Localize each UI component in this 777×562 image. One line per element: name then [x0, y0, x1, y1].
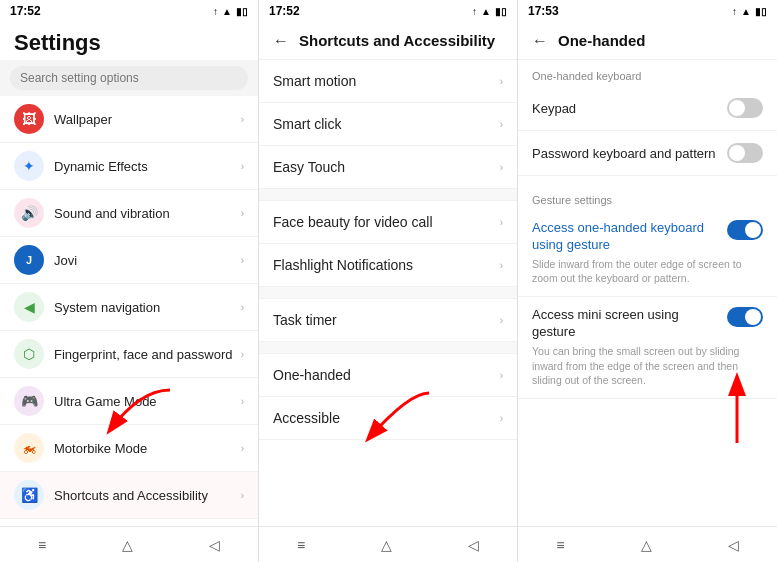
sound-label: Sound and vibration [54, 206, 241, 221]
password-keyboard-toggle[interactable] [727, 143, 763, 163]
wifi-icon-3: ▲ [741, 6, 751, 17]
panel-settings: 17:52 ↑ ▲ ▮▯ Settings 🖼 Wallpaper › ✦ Dy… [0, 0, 259, 562]
nav-label: System navigation [54, 300, 241, 315]
panel2-title: Shortcuts and Accessibility [299, 32, 495, 49]
chevron-icon: › [500, 76, 503, 87]
keyboard-section-label: One-handed keyboard [518, 60, 777, 86]
motorbike-label: Motorbike Mode [54, 441, 241, 456]
status-icons-1: ↑ ▲ ▮▯ [213, 6, 248, 17]
keypad-label: Keypad [532, 101, 727, 116]
chevron-icon: › [500, 119, 503, 130]
access-keyboard-gesture-label: Access one-handed keyboard using gesture [532, 220, 727, 254]
back-button-3[interactable]: ← [532, 32, 548, 50]
panel3-header: ← One-handed [518, 22, 777, 60]
menu-item-one-handed[interactable]: One-handed › [259, 354, 517, 397]
smart-click-label: Smart click [273, 116, 500, 132]
chevron-icon: › [241, 255, 244, 266]
time-1: 17:52 [10, 4, 41, 18]
game-label: Ultra Game Mode [54, 394, 241, 409]
smart-motion-label: Smart motion [273, 73, 500, 89]
home-nav-icon-3[interactable]: △ [641, 537, 652, 553]
settings-item-fingerprint[interactable]: ⬡ Fingerprint, face and password › [0, 331, 258, 378]
chevron-icon: › [500, 370, 503, 381]
back-nav-icon[interactable]: ◁ [209, 537, 220, 553]
search-input[interactable] [10, 66, 248, 90]
status-bar-2: 17:52 ↑ ▲ ▮▯ [259, 0, 517, 22]
shortcuts-menu-list: Smart motion › Smart click › Easy Touch … [259, 60, 517, 526]
easy-touch-label: Easy Touch [273, 159, 500, 175]
accessibility-icon: ♿ [14, 480, 44, 510]
settings-item-system[interactable]: ⚙ System management › [0, 519, 258, 526]
face-beauty-label: Face beauty for video call [273, 214, 500, 230]
nav-bar-3: ≡ △ ◁ [518, 526, 777, 562]
chevron-icon: › [500, 217, 503, 228]
upload-icon-3: ↑ [732, 6, 737, 17]
chevron-icon: › [241, 349, 244, 360]
settings-item-dynamic[interactable]: ✦ Dynamic Effects › [0, 143, 258, 190]
settings-item-motorbike[interactable]: 🏍 Motorbike Mode › [0, 425, 258, 472]
accessible-label: Accessible [273, 410, 500, 426]
menu-item-face-beauty[interactable]: Face beauty for video call › [259, 201, 517, 244]
nav-icon: ◀ [14, 292, 44, 322]
chevron-icon: › [500, 162, 503, 173]
menu-nav-icon-2[interactable]: ≡ [297, 537, 305, 553]
menu-nav-icon[interactable]: ≡ [38, 537, 46, 553]
panel-one-handed: 17:53 ↑ ▲ ▮▯ ← One-handed One-handed key… [518, 0, 777, 562]
settings-item-wallpaper[interactable]: 🖼 Wallpaper › [0, 96, 258, 143]
menu-spacer-1 [259, 189, 517, 201]
home-nav-icon[interactable]: △ [122, 537, 133, 553]
settings-item-jovi[interactable]: J Jovi › [0, 237, 258, 284]
back-button-2[interactable]: ← [273, 32, 289, 50]
menu-item-flashlight[interactable]: Flashlight Notifications › [259, 244, 517, 287]
menu-item-task-timer[interactable]: Task timer › [259, 299, 517, 342]
settings-item-sound[interactable]: 🔊 Sound and vibration › [0, 190, 258, 237]
menu-item-smart-motion[interactable]: Smart motion › [259, 60, 517, 103]
panel2-header: ← Shortcuts and Accessibility [259, 22, 517, 60]
chevron-icon: › [500, 260, 503, 271]
chevron-icon: › [500, 315, 503, 326]
nav-bar-2: ≡ △ ◁ [259, 526, 517, 562]
nav-bar-1: ≡ △ ◁ [0, 526, 258, 562]
wifi-icon-2: ▲ [481, 6, 491, 17]
menu-spacer-3 [259, 342, 517, 354]
settings-title: Settings [0, 22, 258, 60]
access-keyboard-gesture-toggle[interactable] [727, 220, 763, 240]
menu-item-accessible[interactable]: Accessible › [259, 397, 517, 440]
one-handed-label: One-handed [273, 367, 500, 383]
password-keyboard-toggle-row: Password keyboard and pattern [518, 131, 777, 176]
fingerprint-label: Fingerprint, face and password [54, 347, 241, 362]
menu-nav-icon-3[interactable]: ≡ [556, 537, 564, 553]
upload-icon-2: ↑ [472, 6, 477, 17]
chevron-icon: › [500, 413, 503, 424]
chevron-icon: › [241, 490, 244, 501]
sound-icon: 🔊 [14, 198, 44, 228]
task-timer-label: Task timer [273, 312, 500, 328]
settings-item-accessibility[interactable]: ♿ Shortcuts and Accessibility › [0, 472, 258, 519]
menu-item-easy-touch[interactable]: Easy Touch › [259, 146, 517, 189]
wifi-icon: ▲ [222, 6, 232, 17]
access-mini-gesture-toggle[interactable] [727, 307, 763, 327]
settings-item-game[interactable]: 🎮 Ultra Game Mode › [0, 378, 258, 425]
status-icons-2: ↑ ▲ ▮▯ [472, 6, 507, 17]
status-bar-1: 17:52 ↑ ▲ ▮▯ [0, 0, 258, 22]
game-icon: 🎮 [14, 386, 44, 416]
dynamic-icon: ✦ [14, 151, 44, 181]
wallpaper-label: Wallpaper [54, 112, 241, 127]
flashlight-label: Flashlight Notifications [273, 257, 500, 273]
menu-item-smart-click[interactable]: Smart click › [259, 103, 517, 146]
home-nav-icon-2[interactable]: △ [381, 537, 392, 553]
chevron-icon: › [241, 114, 244, 125]
search-bar[interactable] [0, 60, 258, 96]
upload-icon: ↑ [213, 6, 218, 17]
keypad-toggle[interactable] [727, 98, 763, 118]
settings-item-nav[interactable]: ◀ System navigation › [0, 284, 258, 331]
access-mini-gesture-item: Access mini screen using gesture You can… [518, 297, 777, 399]
wallpaper-icon: 🖼 [14, 104, 44, 134]
back-nav-icon-2[interactable]: ◁ [468, 537, 479, 553]
panel3-title: One-handed [558, 32, 646, 49]
motorbike-icon: 🏍 [14, 433, 44, 463]
status-bar-3: 17:53 ↑ ▲ ▮▯ [518, 0, 777, 22]
one-handed-content: One-handed keyboard Keypad Password keyb… [518, 60, 777, 526]
back-nav-icon-3[interactable]: ◁ [728, 537, 739, 553]
jovi-label: Jovi [54, 253, 241, 268]
